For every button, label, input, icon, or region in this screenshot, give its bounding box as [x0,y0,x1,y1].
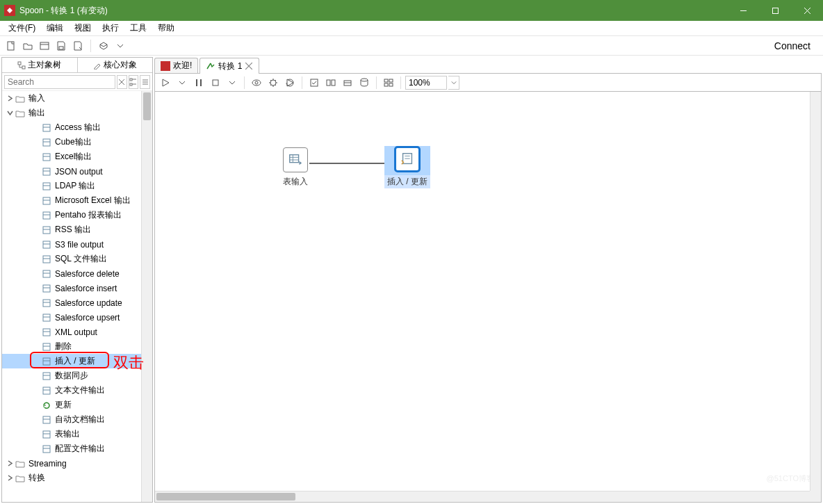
menu-edit[interactable]: 编辑 [41,21,69,35]
step-tree: 输入输出Access 输出Cube输出Excel输出JSON outputLDA… [2,91,152,502]
collapse-all-button[interactable] [140,75,150,89]
minimize-button[interactable] [727,0,759,21]
tree-item[interactable]: 自动文档输出 [2,412,152,427]
impact-button[interactable] [323,76,339,90]
tree-item[interactable]: XML output [2,325,152,339]
tree-item[interactable]: 更新 [2,398,152,412]
open-button[interactable] [21,39,35,53]
tree-item[interactable]: Cube输出 [2,135,152,149]
item-icon [41,137,52,148]
item-label: Salesforce delete [55,269,120,279]
pencil-icon [93,61,101,70]
tree-item[interactable]: S3 file output [2,237,152,252]
item-icon [41,341,52,352]
tree-item[interactable]: Salesforce update [2,295,152,310]
show-results-button[interactable] [381,76,396,90]
item-icon [41,254,52,265]
svg-rect-41 [43,300,50,307]
item-icon [41,371,52,382]
tree-item[interactable]: Salesforce upsert [2,310,152,325]
tree-item[interactable]: Pentaho 报表输出 [2,208,152,222]
tree-item[interactable]: Microsoft Excel 输出 [2,193,152,208]
close-button[interactable] [791,0,823,21]
tree-item[interactable]: 转换 [2,471,152,485]
item-label: 自动文档输出 [55,414,105,425]
preview-button[interactable] [249,76,264,90]
tree-item[interactable]: 输入 [2,91,152,106]
svg-rect-4 [8,42,14,50]
item-icon [41,385,52,396]
tree-item[interactable]: Excel输出 [2,149,152,164]
tree-item[interactable]: 表输出 [2,427,152,441]
saveas-button[interactable] [71,39,85,53]
tree-scrollbar[interactable] [141,91,152,502]
welcome-icon [161,61,170,71]
tree-item[interactable]: Streaming [2,456,152,471]
run-button[interactable] [158,76,173,90]
menu-view[interactable]: 视图 [69,21,97,35]
canvas-hscrollbar[interactable] [155,491,810,502]
item-label: Cube输出 [55,136,92,148]
tree-item[interactable]: 输出 [2,106,152,120]
item-icon [41,327,52,338]
canvas-vscrollbar[interactable] [810,92,821,491]
tree-item[interactable]: Salesforce insert [2,281,152,295]
tree-item[interactable]: SQL 文件输出 [2,252,152,266]
close-tab-icon[interactable] [245,62,253,70]
clear-search-button[interactable] [117,75,127,89]
tab-main-tree[interactable]: 主对象树 [2,58,78,72]
tree-item[interactable]: 文本文件输出 [2,383,152,398]
sql-button[interactable] [340,76,355,90]
stop-dropdown[interactable] [225,76,240,90]
run-dropdown[interactable] [174,76,190,90]
item-label: 更新 [55,399,72,411]
tree-item[interactable]: Access 输出 [2,120,152,135]
item-label: Salesforce upsert [55,313,120,323]
item-label: 插入 / 更新 [55,355,95,367]
search-input[interactable] [4,75,115,89]
hop-arrow[interactable] [309,159,393,169]
tree-item[interactable]: JSON output [2,164,152,179]
tree-item-insert-update[interactable]: 插入 / 更新 [2,354,152,368]
explore-button[interactable] [38,39,51,53]
tab-core-objects[interactable]: 核心对象 [78,58,153,72]
item-label: Access 输出 [55,122,101,133]
node-insert-update[interactable]: 插入 / 更新 [384,146,430,188]
item-label: 输入 [28,92,45,104]
zoom-input[interactable] [405,76,447,90]
svg-rect-59 [43,446,50,453]
svg-rect-69 [311,79,318,86]
tree-item[interactable]: Salesforce delete [2,266,152,281]
verify-button[interactable] [307,76,322,90]
debug-button[interactable] [266,76,281,90]
menu-file[interactable]: 文件(F) [3,21,41,35]
item-icon [41,429,52,440]
perspective-button[interactable] [97,39,111,53]
replay-button[interactable] [282,76,298,90]
svg-rect-21 [43,154,50,161]
canvas[interactable]: 表输入 插入 / 更新 @51CTO博客 [154,92,822,503]
menu-run[interactable]: 执行 [97,21,124,35]
stop-button[interactable] [208,76,223,90]
new-button[interactable] [4,39,18,53]
tree-item[interactable]: 数据同步 [2,368,152,383]
tab-welcome[interactable]: 欢迎! [154,58,198,73]
tree-item[interactable]: RSS 输出 [2,222,152,237]
menu-help[interactable]: 帮助 [152,21,180,35]
tab-transformation[interactable]: 转换 1 [199,58,259,74]
maximize-button[interactable] [759,0,791,21]
pause-button[interactable] [191,76,206,90]
expand-all-button[interactable] [129,75,139,89]
tree-item[interactable]: LDAP 输出 [2,179,152,193]
tree-item[interactable]: 删除 [2,339,152,354]
item-icon [41,239,52,250]
dropdown-icon[interactable] [113,39,127,53]
menu-tools[interactable]: 工具 [124,21,152,35]
explore-db-button[interactable] [357,76,372,90]
save-button[interactable] [54,39,68,53]
zoom-dropdown[interactable] [448,76,459,90]
tree-item[interactable]: 配置文件输出 [2,441,152,456]
connect-button[interactable]: Connect [766,38,819,54]
node-table-input[interactable]: 表输入 [280,147,311,188]
node-label: 表输入 [280,175,311,188]
